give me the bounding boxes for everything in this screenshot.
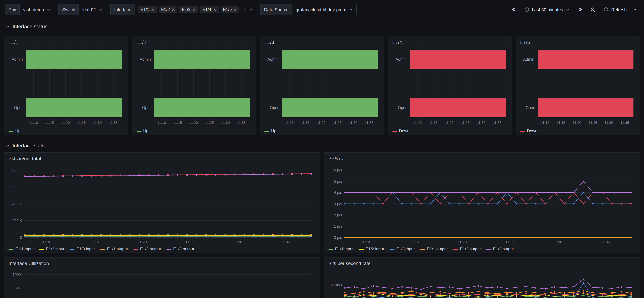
timeseries-chart[interactable]: 0200 K400 K600 K800 K11:1011:1511:2011:2… [4,160,320,246]
state-timeline-chart[interactable]: 11:1011:1511:2011:2511:3011:35AdminOper [516,44,640,128]
interface-chip[interactable]: E1/5 [220,6,239,13]
svg-text:Admin: Admin [395,57,406,62]
datasource-select[interactable]: grafanacloud-hhdev-prom [292,5,356,15]
interface-chip[interactable]: E1/2 [159,6,177,13]
svg-text:800 K: 800 K [12,168,22,172]
legend-item[interactable]: Up [8,128,20,133]
svg-text:11:20: 11:20 [61,121,70,124]
remove-chip-icon[interactable] [234,8,237,11]
panel-title[interactable]: PPS rate [324,153,640,160]
svg-text:11:15: 11:15 [410,240,419,244]
zoom-out-button[interactable] [588,4,598,15]
legend-item[interactable]: E1/1 output [420,247,448,251]
panel-title[interactable]: Bits per second rate [324,257,640,265]
legend-label: E1/1 input [335,247,354,251]
panel-title[interactable]: E1/5 [516,36,640,44]
svg-text:11:20: 11:20 [189,121,198,124]
legend-item[interactable]: E1/3 input [70,247,95,251]
datasource-label: Data Source [261,5,292,15]
svg-text:11:10: 11:10 [29,121,38,124]
svg-text:11:35: 11:35 [621,121,630,124]
chip-value: E1/1 [140,7,149,12]
legend-item[interactable]: Down [520,128,537,133]
legend-item[interactable]: E1/2 output [453,247,481,251]
legend: E1/1 inputE1/2 inputE1/3 inputE1/1 outpu… [4,246,320,253]
svg-text:11:30: 11:30 [233,240,242,244]
legend: Up [4,128,128,135]
remove-chip-icon[interactable] [213,8,216,11]
refresh-button[interactable]: Refresh [600,5,630,15]
panel-title[interactable]: E1/1 [4,36,128,44]
legend-item[interactable]: E1/2 input [39,247,64,251]
interface-chip[interactable]: E1/1 [138,6,157,13]
legend-item[interactable]: Down [392,128,410,133]
legend-item[interactable]: E1/3 output [166,247,194,251]
legend-label: E1/3 output [173,247,194,251]
switch-select[interactable]: leaf-02 [79,5,106,15]
chevron-down-icon[interactable] [249,8,253,12]
panel-title[interactable]: E1/4 [388,36,512,44]
env-select[interactable]: vlab-demo [20,5,54,15]
remove-chip-icon[interactable] [172,8,175,11]
svg-text:11:30: 11:30 [221,121,230,124]
legend-label: Down [527,128,537,133]
state-timeline-chart[interactable]: 11:1011:1511:2011:2511:3011:35AdminOper [4,44,128,128]
refresh-interval-dropdown[interactable] [630,5,639,15]
svg-text:11:10: 11:10 [157,121,166,124]
time-shift-forward-button[interactable] [576,4,586,15]
svg-text:Oper: Oper [398,105,406,110]
svg-text:2 p/s: 2 p/s [334,213,342,217]
legend-item[interactable]: E1/1 input [8,247,34,251]
interface-multiselect[interactable]: E1/1 E1/2 E1/3 E1/4 [135,5,256,15]
svg-text:Oper: Oper [526,105,534,110]
legend: Down [388,128,512,135]
svg-text:Oper: Oper [142,105,151,110]
topbar: Env vlab-demo Switch leaf-02 [0,0,644,19]
refresh-button-group: Refresh [600,4,639,15]
legend: Up [132,128,256,135]
time-range-picker[interactable]: Last 30 minutes [520,4,574,15]
legend-item[interactable]: E1/1 input [328,247,354,251]
remove-chip-icon[interactable] [192,8,196,11]
svg-text:11:15: 11:15 [557,121,566,124]
interface-chip[interactable]: E1/4 [200,6,218,13]
state-timeline-chart[interactable]: 11:1011:1511:2011:2511:3011:35AdminOper [388,44,512,128]
svg-text:3 p/s: 3 p/s [334,202,342,206]
switch-label: Switch [59,5,79,15]
time-shift-back-button[interactable] [508,4,518,15]
interface-chip[interactable]: E1/3 [179,6,198,13]
timeseries-chart[interactable]: 0 p/s1 p/s2 p/s3 p/s4 p/s5 p/s6 p/s11:10… [324,160,640,246]
panel-pps-rate: PPS rate 0 p/s1 p/s2 p/s3 p/s4 p/s5 p/s6… [324,153,640,253]
legend-label: E1/2 output [460,247,481,251]
legend-item[interactable]: E1/3 input [390,247,414,251]
svg-text:4 p/s: 4 p/s [334,191,342,195]
panel-e1-3-status: E1/3 11:1011:1511:2011:2511:3011:35Admin… [260,36,384,135]
legend-label: Down [399,128,410,133]
state-timeline-chart[interactable]: 11:1011:1511:2011:2511:3011:35AdminOper [260,44,384,128]
svg-text:200 K: 200 K [12,219,22,223]
section-interface-stats[interactable]: Interface stats [0,140,644,150]
chart-canvas: 11:1011:1511:2011:2511:3011:35AdminOper [132,44,256,128]
chart-canvas: 0200 K400 K600 K800 K11:1011:1511:2011:2… [4,160,320,246]
state-timeline-chart[interactable]: 11:1011:1511:2011:2511:3011:35AdminOper [132,44,256,128]
legend-item[interactable]: E1/1 output [100,247,128,251]
chart-canvas: 11:1011:1511:2011:2511:3011:35AdminOper [260,44,384,128]
svg-text:11:20: 11:20 [445,121,454,124]
panel-title[interactable]: E1/2 [132,36,256,44]
legend-item[interactable]: E1/3 output [486,247,514,251]
panel-title[interactable]: E1/3 [260,36,384,44]
legend-item[interactable]: E1/2 output [133,247,161,251]
panel-title[interactable]: Pkts in/out total [4,153,320,160]
clear-all-icon[interactable] [243,8,247,11]
timeseries-chart[interactable]: 0%20%40%60%80%100%11:1011:1511:2011:2511… [4,265,320,298]
legend-item[interactable]: Up [264,128,276,133]
legend: E1/1 inputE1/2 inputE1/3 inputE1/1 outpu… [324,246,640,253]
legend-item[interactable]: Up [136,128,148,133]
section-interface-status[interactable]: Interface status [0,21,644,31]
legend-item[interactable]: E1/2 input [359,247,384,251]
timeseries-chart[interactable]: 0 b/s1 Kib/s2 Kib/s3 Kib/s11:1011:1511:2… [324,265,640,298]
legend-marker [8,130,13,131]
panel-title[interactable]: Interface Utilization [4,257,320,265]
remove-chip-icon[interactable] [151,8,154,11]
stats-panels-row-2: Interface Utilization 0%20%40%60%80%100%… [4,257,640,298]
